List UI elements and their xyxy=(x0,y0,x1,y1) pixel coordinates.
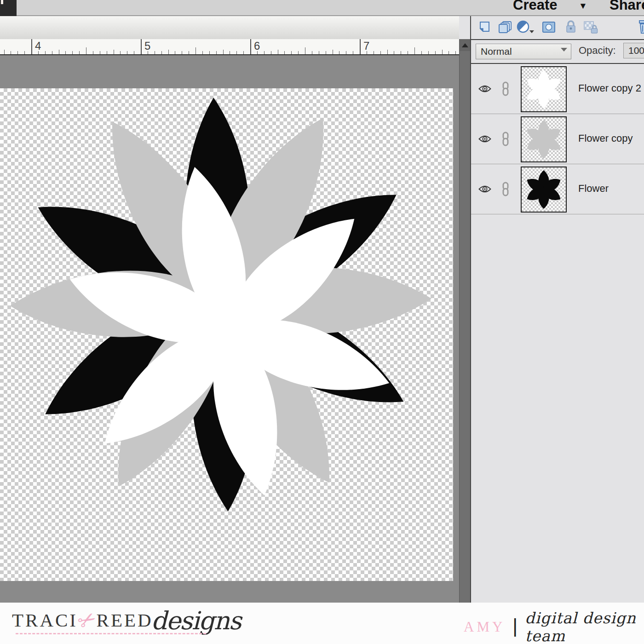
ruler-tick xyxy=(120,51,121,54)
ruler-tick xyxy=(346,51,346,54)
ruler-tick xyxy=(86,47,86,54)
ruler-number: 6 xyxy=(254,40,260,52)
ruler-tick xyxy=(333,50,333,54)
create-button[interactable]: Create xyxy=(513,0,558,13)
ruler-tick xyxy=(278,50,278,54)
layer-row[interactable]: Flower xyxy=(471,164,644,214)
layer-name[interactable]: Flower copy xyxy=(578,132,633,144)
flower-artwork xyxy=(0,88,453,581)
layers-panel-controls: Normal Opacity: 100% xyxy=(471,40,644,64)
adjustment-layer-icon[interactable] xyxy=(516,20,536,34)
delete-layer-icon[interactable] xyxy=(637,20,644,34)
layer-thumbnail[interactable] xyxy=(521,66,567,112)
ruler-tick xyxy=(223,50,224,54)
share-button[interactable]: Share xyxy=(610,0,644,13)
layer-mask-icon[interactable] xyxy=(541,20,557,34)
ruler-tick xyxy=(374,51,374,54)
layer-visibility-eye-icon[interactable] xyxy=(478,134,491,145)
ruler-tick xyxy=(257,51,258,54)
ruler-inch-mark xyxy=(250,39,251,54)
document-transparent-canvas[interactable] xyxy=(0,88,453,581)
ruler-tick xyxy=(79,51,80,54)
ruler-tick xyxy=(17,51,18,54)
layer-visibility-eye-icon[interactable] xyxy=(478,184,491,196)
credit-text: digital design team xyxy=(525,609,644,644)
brand-dashed-underline xyxy=(16,633,206,634)
thumbnail-flower xyxy=(524,170,563,209)
layers-panel: Normal Opacity: 100% Flower copy 2Flower… xyxy=(470,16,644,603)
new-layer-icon[interactable] xyxy=(477,20,492,34)
ruler-tick xyxy=(189,51,189,54)
scroll-up-arrow-icon xyxy=(462,43,468,47)
scroll-up-button[interactable] xyxy=(460,39,471,51)
ruler-tick xyxy=(298,51,299,54)
blend-mode-select[interactable]: Normal xyxy=(476,44,571,59)
brand-first-word: TRACI xyxy=(12,609,78,631)
ruler-inch-mark xyxy=(360,39,361,54)
footer-branding: TRACI ✂ REED designs AMY | digital desig… xyxy=(0,603,644,644)
ruler-tick xyxy=(271,51,271,54)
ruler-tick xyxy=(11,51,11,54)
ruler-tick xyxy=(312,51,312,54)
credit-name: AMY xyxy=(464,619,505,635)
ruler-tick xyxy=(243,51,244,54)
ruler-number: 7 xyxy=(363,40,369,52)
ruler-tick xyxy=(421,51,422,54)
brand-script-word: designs xyxy=(151,606,241,635)
ruler-tick xyxy=(114,50,114,54)
ruler-tick xyxy=(155,51,155,54)
ruler-tick xyxy=(148,51,148,54)
ruler-number: 4 xyxy=(35,40,41,52)
ruler-inch-mark xyxy=(141,39,142,54)
ruler-tick xyxy=(127,51,127,54)
ruler-tick xyxy=(45,51,46,54)
lock-all-icon[interactable] xyxy=(563,20,579,34)
application-top-bar: Create ▼ Share xyxy=(0,0,644,16)
thumbnail-flower xyxy=(524,70,563,109)
credit-separator: | xyxy=(512,615,518,637)
ruler-tick xyxy=(100,51,100,54)
ruler-tick xyxy=(448,51,449,54)
layer-thumbnail[interactable] xyxy=(521,167,567,213)
ruler-tick xyxy=(284,51,285,54)
layer-name[interactable]: Flower copy 2 xyxy=(578,82,641,94)
layer-row[interactable]: Flower copy xyxy=(471,114,644,164)
ruler-tick xyxy=(65,51,66,54)
ruler-tick xyxy=(305,47,305,54)
tool-options-bar xyxy=(0,16,459,40)
ruler-tick xyxy=(442,50,443,54)
ruler-tick xyxy=(236,51,237,54)
ruler-tick xyxy=(4,50,5,54)
ruler-tick xyxy=(107,51,107,54)
canvas-workspace[interactable] xyxy=(0,55,459,603)
ruler-tick xyxy=(455,51,456,54)
ruler-tick xyxy=(196,47,196,54)
ruler-tick xyxy=(380,51,381,54)
ruler-tick xyxy=(230,51,230,54)
opacity-label: Opacity: xyxy=(579,45,616,57)
layer-visibility-eye-icon[interactable] xyxy=(478,84,491,95)
ruler-tick xyxy=(24,51,25,54)
create-caret-icon[interactable]: ▼ xyxy=(579,1,587,11)
layer-link-icon[interactable] xyxy=(501,81,510,98)
ruler-tick xyxy=(435,51,436,54)
layer-row[interactable]: Flower copy 2 xyxy=(471,64,644,114)
document-tab[interactable] xyxy=(0,0,17,16)
lock-transparent-icon[interactable] xyxy=(583,20,599,34)
ruler-tick xyxy=(38,51,39,54)
layer-name[interactable]: Flower xyxy=(578,183,609,195)
layer-link-icon[interactable] xyxy=(501,182,510,198)
duplicate-layer-icon[interactable] xyxy=(498,20,513,34)
ruler-tick xyxy=(175,51,175,54)
horizontal-ruler: 4567 xyxy=(0,39,459,55)
vertical-scrollbar[interactable] xyxy=(459,39,471,603)
layer-thumbnail[interactable] xyxy=(521,116,567,162)
blend-mode-value: Normal xyxy=(481,46,512,57)
layer-link-icon[interactable] xyxy=(501,132,510,148)
opacity-input[interactable]: 100% xyxy=(623,43,644,58)
ruler-tick xyxy=(209,51,210,54)
layers-panel-toolbar xyxy=(471,16,644,40)
document-tab-label-fragment xyxy=(1,0,3,4)
ruler-number: 5 xyxy=(144,40,150,52)
ruler-tick xyxy=(93,51,93,54)
